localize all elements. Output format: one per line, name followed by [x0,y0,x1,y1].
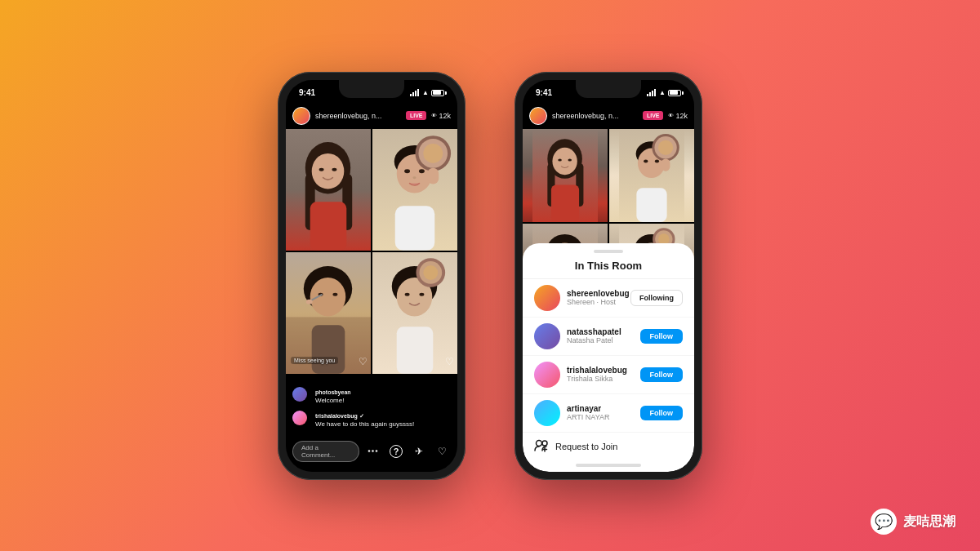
svg-point-6 [332,167,336,171]
comment-username-1: photosbyean [315,389,351,397]
wechat-icon: 💬 [871,509,897,535]
svg-rect-27 [312,325,345,373]
svg-point-32 [419,292,424,295]
sheet-real-name-3: Trishala Sikka [567,375,640,383]
video-cell-1 [286,129,371,251]
notch [339,80,404,98]
svg-rect-54 [662,158,670,171]
sheet-user-row-3: trishalalovebug Trishala Sikka Follow [523,356,694,394]
sheet-user-row-2: natasshapatel Natasha Patel Follow [523,318,694,356]
host-avatar-right [529,107,547,125]
sheet-user-info-1: shereenlovebug Shereen · Host [567,289,630,306]
sheet-avatar-4 [534,400,560,426]
bottom-sheet: In This Room shereenlovebug Shereen · Ho… [523,243,694,472]
svg-rect-17 [427,167,439,184]
left-screen: 9:41 ▲ shereenlovebug, n [286,80,457,472]
video-cell-r2 [609,129,694,222]
comment-username-2: trishalalovebug ✓ [315,412,414,420]
sheet-username-3: trishalalovebug [567,366,640,375]
svg-point-11 [404,169,410,173]
follow-button-3[interactable]: Follow [640,367,684,382]
battery-icon [431,90,444,96]
live-header-left: shereenlovebug, n... LIVE 12k [286,103,457,129]
request-join-label: Request to Join [555,442,617,451]
bottom-bar-left: Add a Comment... ••• ? ✈ ♡ [292,438,451,465]
sheet-username-1: shereenlovebug [567,289,630,298]
svg-point-50 [655,159,659,162]
svg-point-13 [413,176,416,179]
svg-point-24 [332,292,337,295]
live-username-right: shereenlovebug, n... [552,112,638,120]
sheet-user-row-1: shereenlovebug Shereen · Host Following [523,279,694,318]
comment-text-1: Welcome! [315,397,344,404]
status-icons-right: ▲ [647,89,681,96]
comment-bubble-2: trishalalovebug ✓ We have to do this aga… [310,411,419,431]
svg-point-49 [644,159,648,162]
sheet-avatar-2 [534,323,560,349]
svg-point-22 [310,277,346,316]
svg-point-53 [658,140,673,154]
question-icon[interactable]: ? [387,442,405,460]
svg-rect-55 [636,188,666,222]
more-options-icon[interactable]: ••• [364,442,382,460]
follow-button-2[interactable]: Follow [640,329,684,344]
status-time-right: 9:41 [536,88,552,97]
following-button-1[interactable]: Following [630,290,683,306]
comment-bubble-1: photosbyean Welcome! [310,387,356,407]
live-badge-left: LIVE [406,111,427,120]
watermark: 💬 麦咭思潮 [871,509,956,535]
svg-point-4 [312,153,345,189]
sheet-user-info-4: artinayar ARTI NAYAR [567,404,640,421]
sheet-username-4: artinayar [567,404,640,413]
viewer-count-left: 12k [431,112,451,120]
request-join-icon [534,439,549,455]
home-indicator [576,464,641,467]
heart-icon-4: ♡ [445,356,454,367]
sheet-title: In This Room [523,256,694,279]
sheet-avatar-1 [534,285,560,311]
live-header-right: shereenlovebug, n... LIVE 12k [523,103,694,129]
svg-point-42 [552,147,577,174]
right-phone: 9:41 ▲ shereenlovebug, n [514,72,702,480]
battery-icon-right [668,90,681,96]
comment-placeholder: Add a Comment... [301,444,350,459]
video-cell-r1 [523,129,608,222]
comments-section: photosbyean Welcome! trishalalovebug ✓ W… [286,387,457,431]
sheet-avatar-3 [534,362,560,388]
svg-point-31 [405,292,410,295]
sheet-handle [594,250,623,253]
follow-button-4[interactable]: Follow [640,406,684,420]
svg-point-5 [319,167,324,171]
request-join-row[interactable]: Request to Join [523,433,694,461]
comment-text-2: We have to do this again guyssss! [315,420,414,428]
video-cell-3: Miss seeing you ♡ [286,252,371,374]
commenter-avatar-2 [292,411,307,425]
comment-input[interactable]: Add a Comment... [292,441,359,462]
status-icons-left: ▲ [410,89,444,96]
svg-point-12 [419,169,425,173]
status-time-left: 9:41 [299,88,315,97]
svg-point-26 [306,299,313,304]
signal-icon [410,90,420,96]
sheet-real-name-2: Natasha Patel [567,336,640,344]
comment-row-1: photosbyean Welcome! [292,387,451,407]
video-overlay-text: Miss seeing you [291,357,338,364]
viewer-count-right: 12k [668,112,688,120]
signal-icon-right [647,90,657,96]
right-screen: 9:41 ▲ shereenlovebug, n [523,80,694,472]
sheet-real-name-1: Shereen · Host [567,298,630,306]
video-cell-2 [372,129,457,251]
sheet-user-info-3: trishalalovebug Trishala Sikka [567,366,640,383]
svg-rect-45 [551,184,579,222]
svg-point-70 [537,440,542,446]
share-icon[interactable]: ✈ [410,442,428,460]
comment-row-2: trishalalovebug ✓ We have to do this aga… [292,411,451,431]
svg-point-36 [423,265,438,280]
left-phone: 9:41 ▲ shereenlovebug, n [278,72,466,480]
svg-point-16 [423,144,443,163]
like-icon[interactable]: ♡ [433,442,451,460]
watermark-text: 麦咭思潮 [903,513,956,531]
sheet-real-name-4: ARTI NAYAR [567,413,640,421]
commenter-avatar-1 [292,387,307,402]
svg-rect-33 [397,327,434,373]
